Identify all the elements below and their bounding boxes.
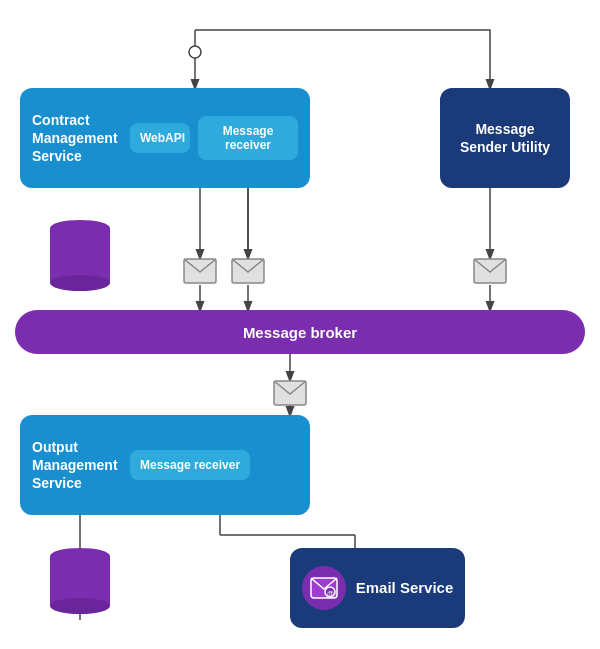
message-broker-bar: Message broker [15, 310, 585, 354]
architecture-diagram: Contract Management Service WebAPI Messa… [0, 0, 600, 649]
output-management-box: Output Management Service Message receiv… [20, 415, 310, 515]
email-label: Email Service [356, 578, 454, 598]
envelope-1 [183, 258, 217, 288]
contract-management-box: Contract Management Service WebAPI Messa… [20, 88, 310, 188]
contract-database [50, 220, 110, 291]
email-icon-container: @ [302, 566, 346, 610]
db-bottom [50, 275, 110, 291]
webapi-box: WebAPI [130, 123, 190, 153]
output-label: Output Management Service [32, 438, 122, 493]
envelope-4 [273, 380, 307, 410]
output-database [50, 548, 110, 614]
broker-label: Message broker [243, 324, 357, 341]
message-receiver-box: Message receiver [198, 116, 298, 160]
envelope-icon-2 [231, 258, 265, 284]
envelope-2 [231, 258, 265, 288]
email-envelope-icon: @ [310, 577, 338, 599]
envelope-icon-3 [473, 258, 507, 284]
output-message-receiver-box: Message receiver [130, 450, 250, 480]
envelope-icon-1 [183, 258, 217, 284]
db-bottom-2 [50, 598, 110, 614]
svg-point-1 [189, 46, 201, 58]
contract-label: Contract Management Service [32, 111, 122, 166]
sender-label: Message Sender Utility [452, 120, 558, 156]
envelope-3 [473, 258, 507, 288]
email-service-box: @ Email Service [290, 548, 465, 628]
svg-text:@: @ [327, 590, 334, 597]
message-sender-box: Message Sender Utility [440, 88, 570, 188]
envelope-icon-4 [273, 380, 307, 406]
